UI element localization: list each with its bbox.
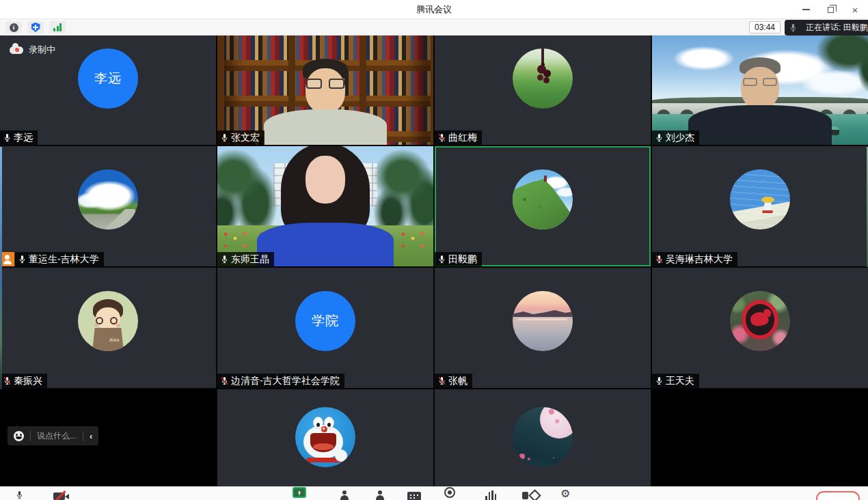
avatar: Alex <box>78 291 138 351</box>
record-icon[interactable] <box>444 487 455 498</box>
network-signal-icon[interactable] <box>49 21 66 33</box>
avatar: 学院 <box>295 291 355 351</box>
smiley-icon[interactable] <box>14 431 24 441</box>
microphone-icon[interactable] <box>15 490 24 499</box>
participant-tile-wangtianfu[interactable]: 王天夫 <box>652 268 868 388</box>
empty-cell <box>652 389 868 486</box>
mic-on-icon <box>220 255 229 264</box>
participant-tile-liyuan[interactable]: 录制中 李远 李远 <box>0 36 216 145</box>
mic-on-icon <box>18 255 27 264</box>
participant-tile-wuhailin[interactable]: 吴海琳吉林大学 <box>652 146 868 266</box>
end-meeting-button[interactable] <box>816 491 860 500</box>
close-icon[interactable]: × <box>850 5 860 14</box>
cloud-recording-icon <box>10 46 23 54</box>
name-label: 东师王晶 <box>217 252 274 266</box>
participant-tile-quhongmei[interactable]: 曲红梅 <box>435 36 651 145</box>
meeting-timer: 03:44 <box>749 21 781 33</box>
mic-on-icon <box>655 376 664 385</box>
avatar <box>513 407 573 467</box>
status-bar: i 03:44 正在讲话: 田毅鹏 <box>0 19 868 36</box>
avatar <box>295 407 355 467</box>
avatar: 李远 <box>78 48 138 109</box>
name-label: 田毅鹏 <box>435 252 482 266</box>
mic-muted-icon <box>655 255 664 264</box>
participant-tile-dongyunsheng[interactable]: 董运生-吉林大学 <box>0 146 216 266</box>
name-label: 吴海琳吉林大学 <box>652 252 737 266</box>
name-label: 李远 <box>0 130 38 145</box>
security-shield-icon[interactable] <box>27 21 44 33</box>
participant-tile-liushaojie[interactable]: 刘少杰 <box>652 36 868 145</box>
chat-input[interactable]: 说点什么... <box>37 430 77 442</box>
video-feed <box>217 146 433 266</box>
divider <box>30 431 31 441</box>
participant-tile-qinzhenxing[interactable]: Alex 秦振兴 <box>0 268 216 388</box>
bottom-toolbar: ⚙ <box>0 486 868 500</box>
mic-on-icon <box>3 133 12 142</box>
mic-on-icon <box>220 133 229 142</box>
participant-tile-zhangwenhong[interactable]: 张文宏 <box>217 36 433 145</box>
members-icon[interactable] <box>339 490 350 500</box>
participant-tile-tianyipeng[interactable]: 田毅鹏 <box>435 146 651 266</box>
avatar <box>513 291 573 351</box>
settings-gear-icon[interactable]: ⚙ <box>560 488 570 499</box>
name-label: 张文宏 <box>217 130 265 145</box>
participant-tile-doraemon-avatar[interactable] <box>217 389 433 486</box>
title-bar: 腾讯会议 × <box>0 0 868 19</box>
mic-on-icon <box>437 255 446 264</box>
window-controls: × <box>801 0 863 19</box>
speaking-indicator: 正在讲话: 田毅鹏 <box>785 20 868 36</box>
invite-icon[interactable] <box>375 490 385 500</box>
name-label: 边清音-吉大哲学社会学院 <box>217 374 344 388</box>
avatar <box>78 169 138 230</box>
camera-off-icon[interactable] <box>53 490 71 500</box>
mic-muted-icon <box>220 376 229 385</box>
more-grid-icon[interactable] <box>407 492 421 500</box>
applause-icon[interactable] <box>485 490 498 500</box>
avatar <box>730 291 790 351</box>
recording-badge: 录制中 <box>10 44 55 56</box>
name-label: 董运生-吉林大学 <box>15 252 104 266</box>
info-icon[interactable]: i <box>5 21 22 33</box>
avatar <box>513 169 573 230</box>
minimize-icon[interactable] <box>801 5 811 14</box>
recording-label: 录制中 <box>29 44 55 56</box>
participant-tile-zhangfan[interactable]: 张帆 <box>435 268 651 388</box>
meeting-window: 腾讯会议 × i 03:44 正在讲话: 田毅鹏 录制中 李远 <box>0 0 868 500</box>
empty-cell: 说点什么... ‹ <box>0 389 216 486</box>
share-screen-icon[interactable] <box>293 487 306 498</box>
collapse-chevron-icon[interactable]: ‹ <box>90 431 92 441</box>
status-icons: i <box>5 21 66 33</box>
speaking-mic-icon <box>789 23 798 32</box>
name-label: 张帆 <box>435 374 472 388</box>
video-feed <box>217 36 433 145</box>
participant-tile-moon-avatar[interactable] <box>435 389 651 486</box>
name-label: 秦振兴 <box>0 374 47 388</box>
participant-tile-dongshiwangjing[interactable]: 东师王晶 <box>217 146 433 266</box>
participant-tile-bianqingyin[interactable]: 学院 边清音-吉大哲学社会学院 <box>217 268 433 388</box>
name-label: 曲红梅 <box>435 130 482 145</box>
left-edge-video-sliver <box>0 147 2 389</box>
apps-icon[interactable] <box>522 490 537 500</box>
speaking-label: 正在讲话: 田毅鹏 <box>806 22 868 33</box>
video-grid: 录制中 李远 李远 张文宏 曲红梅 <box>0 36 868 486</box>
mic-muted-icon <box>437 133 446 142</box>
name-label: 刘少杰 <box>652 130 699 145</box>
mic-muted-icon <box>3 376 12 385</box>
window-title: 腾讯会议 <box>416 3 452 16</box>
chat-quick-bar[interactable]: 说点什么... ‹ <box>8 426 98 445</box>
maximize-icon[interactable] <box>826 5 835 14</box>
host-badge-icon <box>0 252 14 266</box>
video-feed <box>652 36 868 145</box>
avatar <box>513 48 573 109</box>
mic-on-icon <box>655 133 664 142</box>
divider <box>83 431 83 441</box>
avatar <box>730 169 790 230</box>
mic-muted-icon <box>437 376 446 385</box>
name-label: 王天夫 <box>652 374 699 388</box>
